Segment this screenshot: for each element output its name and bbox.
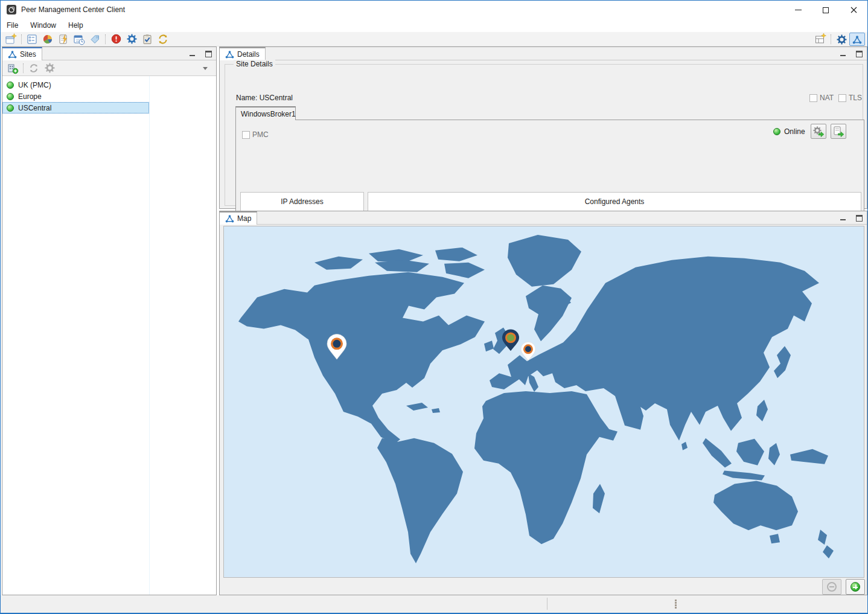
broker-export-button[interactable]: [831, 124, 846, 139]
peer-management-perspective-button[interactable]: [849, 33, 865, 46]
peer-perspective-icon: [852, 35, 862, 44]
sites-view-toolbar: [2, 60, 216, 76]
sites-settings-button[interactable]: [42, 62, 57, 75]
sync-sites-button[interactable]: [26, 62, 42, 75]
tab-windowsbroker1[interactable]: WindowsBroker1: [235, 106, 296, 120]
broker-status: Online: [773, 127, 805, 136]
setup-form-icon: [26, 33, 38, 45]
menu-file[interactable]: File: [1, 19, 24, 32]
window-close-button[interactable]: [840, 1, 867, 19]
group-title: Site Details: [234, 60, 275, 68]
checkbox-icon: [242, 131, 250, 139]
tls-checkbox[interactable]: TLS: [838, 94, 862, 102]
zoom-in-icon: [850, 582, 860, 592]
details-tab-row: Details: [220, 47, 867, 60]
open-perspective-button[interactable]: [812, 33, 828, 46]
site-row-europe[interactable]: Europe: [2, 91, 149, 102]
close-icon: [850, 7, 857, 13]
toolbar-separator: [831, 34, 831, 44]
window-maximize-button[interactable]: [812, 1, 840, 19]
map-maximize-button[interactable]: [855, 214, 863, 222]
panel-maximize-icon: [856, 51, 863, 57]
tab-details[interactable]: Details: [220, 47, 266, 60]
details-minimize-button[interactable]: [839, 50, 847, 58]
window-title: Peer Management Center Client: [21, 1, 125, 19]
tree-column-line: [149, 76, 150, 595]
settings-gear-icon: [45, 63, 55, 73]
tasks-button[interactable]: [139, 33, 155, 46]
open-perspective-icon: [814, 33, 826, 45]
event-report-icon: [57, 33, 69, 45]
application-window: Peer Management Center Client File Windo…: [0, 0, 868, 614]
site-label: UK (PMC): [18, 81, 51, 89]
status-grip[interactable]: [675, 600, 677, 609]
panel-maximize-icon: [856, 215, 863, 222]
add-site-button[interactable]: [5, 62, 21, 75]
site-details-group: Site Details Name: USCentral NAT TLS Win…: [225, 64, 863, 206]
tab-details-label: Details: [237, 50, 260, 59]
panel-minimize-icon: [840, 216, 846, 221]
sites-maximize-button[interactable]: [204, 50, 212, 58]
alerts-button[interactable]: [108, 33, 124, 46]
panel-minimize-icon: [840, 51, 846, 57]
nat-label: NAT: [820, 94, 834, 102]
maximize-icon: [823, 7, 829, 13]
sites-minimize-button[interactable]: [188, 50, 197, 58]
network-icon: [225, 214, 234, 223]
world-map[interactable]: [223, 226, 864, 578]
nat-checkbox[interactable]: NAT: [809, 94, 834, 102]
tags-button[interactable]: [87, 33, 103, 46]
tab-map[interactable]: Map: [220, 211, 257, 225]
configured-agents-title: Configured Agents: [368, 193, 861, 206]
minimize-icon: [795, 10, 802, 10]
settings-gear-icon: [127, 34, 137, 44]
analytics-button[interactable]: [40, 33, 56, 46]
details-maximize-button[interactable]: [855, 50, 863, 58]
title-bar: Peer Management Center Client: [1, 1, 867, 19]
event-report-button[interactable]: [56, 33, 71, 46]
add-site-icon: [7, 62, 19, 74]
pmc-checkbox[interactable]: PMC: [242, 130, 269, 139]
broker-pane: PMC Online: [235, 120, 864, 222]
alerts-icon: [110, 33, 122, 45]
site-row-uk[interactable]: UK (PMC): [2, 79, 149, 91]
document-export-icon: [832, 126, 844, 138]
menu-help[interactable]: Help: [62, 19, 89, 32]
online-status-icon: [7, 82, 14, 89]
menu-window[interactable]: Window: [24, 19, 62, 32]
setup-form-button[interactable]: [24, 33, 40, 46]
sites-tree: UK (PMC) Europe USCentral: [2, 76, 216, 595]
map-minimize-button[interactable]: [839, 214, 847, 222]
broker-services-button[interactable]: [811, 124, 826, 139]
broker-actions: [811, 124, 846, 139]
panel-maximize-icon: [205, 51, 212, 57]
perspective-settings-button[interactable]: [834, 33, 849, 46]
status-separator: [547, 598, 547, 610]
toolbar-separator: [23, 63, 24, 73]
tls-label: TLS: [849, 94, 862, 102]
tab-sites-label: Sites: [20, 50, 36, 59]
map-panel: Map: [219, 211, 867, 595]
tab-map-label: Map: [237, 214, 251, 223]
perspective-toolbar: [812, 32, 865, 46]
map-zoom-in-button[interactable]: [846, 579, 865, 595]
view-menu-icon[interactable]: [203, 67, 208, 70]
network-icon: [225, 50, 234, 59]
tab-sites[interactable]: Sites: [2, 47, 42, 60]
details-panel: Details Site Details Name: USCentral NAT…: [219, 46, 867, 209]
analytics-pie-icon: [42, 33, 54, 45]
checkbox-icon: [838, 94, 846, 102]
network-icon: [8, 50, 17, 59]
online-label: Online: [784, 127, 805, 136]
settings-button[interactable]: [124, 33, 139, 46]
schedule-button[interactable]: [71, 33, 87, 46]
settings-gear-icon: [837, 34, 847, 45]
new-site-button[interactable]: [3, 33, 19, 46]
refresh-button[interactable]: [155, 33, 171, 46]
window-minimize-button[interactable]: [784, 1, 812, 19]
sync-icon: [28, 63, 39, 74]
site-label: USCentral: [18, 104, 51, 112]
checkbox-icon: [809, 94, 817, 102]
site-row-uscentral[interactable]: USCentral: [2, 102, 149, 114]
refresh-icon: [157, 33, 169, 45]
